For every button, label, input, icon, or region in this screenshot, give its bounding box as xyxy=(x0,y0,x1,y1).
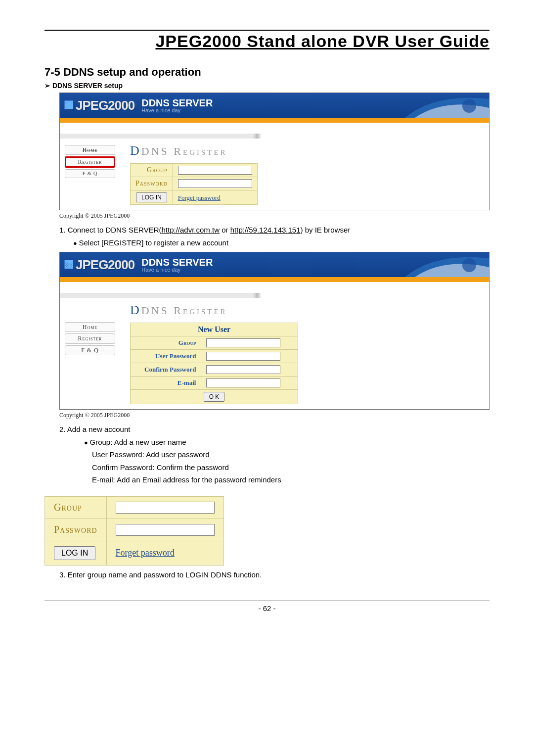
ddns-register-title: DDNS Register xyxy=(130,143,486,158)
url-ip[interactable]: http://59.124.143.151 xyxy=(230,226,301,234)
page-number: - 62 - xyxy=(44,604,490,613)
group-input-2[interactable] xyxy=(206,338,280,347)
big-group-label: Group xyxy=(45,496,107,519)
jpeg2000-logo-2: ▩JPEG2000 xyxy=(60,257,134,273)
step-2-a: Group: Add a new user name xyxy=(84,436,490,449)
group-label-2: Group xyxy=(131,336,201,350)
ddns-screenshot-1: ▩JPEG2000 DDNS SERVER Have a nice day Ho… xyxy=(59,93,490,210)
nav-register[interactable]: Register xyxy=(65,156,115,167)
step-2-c: Confirm Password: Confirm the password xyxy=(92,461,490,474)
step-1-bullet: Select [REGISTER] to register a new acco… xyxy=(73,236,490,249)
login-table: Group Password LOG IN Forget password xyxy=(44,496,224,566)
ddns-tagline-2: Have a nice day xyxy=(141,267,213,273)
ddns-screenshot-2: ▩JPEG2000 DDNS SERVER Have a nice day Ho… xyxy=(59,252,490,410)
svg-point-1 xyxy=(462,258,476,272)
copyright-2: Copyright © 2005 JPEG2000 xyxy=(59,412,490,419)
step-2: 2. Add a new account xyxy=(59,423,490,436)
ddns-server-label-2: DDNS SERVER xyxy=(141,257,213,267)
big-forget-password-link[interactable]: Forget password xyxy=(116,548,175,558)
ddns-tagline: Have a nice day xyxy=(141,108,213,113)
section-heading: 7-5 DDNS setup and operation xyxy=(44,66,490,79)
email-label: E-mail xyxy=(131,377,201,390)
step-1: 1. Connect to DDNS SERVER(http://advr.co… xyxy=(59,224,490,236)
email-input[interactable] xyxy=(206,378,280,387)
banner-swoosh-graphic-2 xyxy=(405,252,489,277)
nav-home[interactable]: Home xyxy=(65,145,115,155)
group-label: Group xyxy=(131,164,173,177)
banner-swoosh-graphic xyxy=(405,93,489,118)
nav-faq-2[interactable]: F & Q xyxy=(65,345,115,355)
confirm-password-label: Confirm Password xyxy=(131,363,201,377)
big-group-input[interactable] xyxy=(116,502,215,514)
ddns-register-title-2: DDNS Register xyxy=(130,303,486,318)
step-2-b: User Password: Add user password xyxy=(92,448,490,461)
big-password-label: Password xyxy=(45,519,107,541)
group-input[interactable] xyxy=(178,166,252,175)
new-user-header: New User xyxy=(131,323,298,336)
forget-password-link[interactable]: Forget password xyxy=(178,194,221,201)
nav-faq[interactable]: F & Q xyxy=(65,169,115,178)
jpeg2000-logo: ▩JPEG2000 xyxy=(60,98,134,113)
user-password-input[interactable] xyxy=(206,352,280,361)
step-3: 3. Enter group name and password to LOGI… xyxy=(59,568,490,581)
password-label: Password xyxy=(131,177,173,190)
user-password-label: User Password xyxy=(131,350,201,363)
password-input[interactable] xyxy=(178,179,252,188)
login-button[interactable]: LOG IN xyxy=(136,192,167,202)
svg-point-0 xyxy=(462,99,476,113)
ddns-server-label: DDNS SERVER xyxy=(141,98,213,108)
document-title: JPEG2000 Stand alone DVR User Guide xyxy=(44,30,490,51)
nav-home-2[interactable]: Home xyxy=(65,322,115,332)
url-advr[interactable]: http://advr.com.tw xyxy=(161,226,220,234)
nav-register-2[interactable]: Register xyxy=(65,333,115,343)
big-login-button[interactable]: LOG IN xyxy=(54,546,95,560)
copyright-1: Copyright © 2005 JPEG2000 xyxy=(59,212,490,220)
confirm-password-input[interactable] xyxy=(206,365,280,374)
ok-button[interactable]: O K xyxy=(204,392,225,402)
sub-heading: DDNS SERVER setup xyxy=(44,82,490,90)
big-password-input[interactable] xyxy=(116,524,215,536)
step-2-d: E-mail: Add an Email address for the pas… xyxy=(92,473,490,486)
